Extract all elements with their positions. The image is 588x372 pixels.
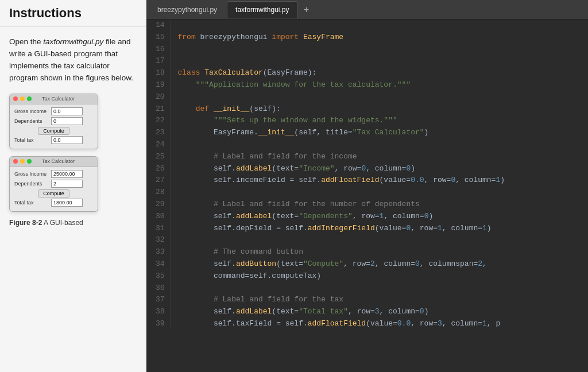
line-code: # The command button [171, 246, 588, 258]
line-code: self.addLabel(text="Dependents", row=1, … [171, 211, 588, 223]
line-number: 22 [146, 115, 171, 127]
table-row: 29 # Label and field for the number of d… [146, 199, 588, 211]
panel-title: Instructions [0, 0, 146, 27]
dep-label-1: Dependents [14, 118, 49, 124]
table-row: 26 self.addLabel(text="Income", row=0, c… [146, 163, 588, 175]
code-table: 1415from breezypythongui import EasyFram… [146, 20, 588, 330]
dep-row-2: Dependents 2 [14, 180, 93, 188]
close-dot [13, 96, 18, 101]
code-body: 1415from breezypythongui import EasyFram… [146, 20, 588, 330]
line-number: 28 [146, 187, 171, 199]
tab-bar: breezypythongui.py taxformwithgui.py + [146, 0, 588, 20]
income-field-2: 25000.00 [51, 170, 83, 178]
tab-label-1: taxformwithgui.py [235, 6, 289, 14]
max-dot-2 [27, 159, 32, 164]
compute-button-2[interactable]: Compute [38, 189, 69, 197]
figure-2-title: Tax Calculator [42, 158, 75, 164]
line-number: 18 [146, 67, 171, 79]
table-row: 32 [146, 234, 588, 246]
close-dot-2 [13, 159, 18, 164]
figure-1-content: Gross Income 0.0 Dependents 0 Compute To… [10, 104, 98, 149]
table-row: 22 """Sets up the window and the widgets… [146, 115, 588, 127]
figure-number: Figure 8-2 [9, 219, 42, 227]
instructions-text: Open the taxformwithgui.py file and writ… [0, 27, 146, 89]
line-code: self.incomeField = self.addFloatField(va… [171, 175, 588, 187]
line-code [171, 91, 588, 103]
table-row: 33 # The command button [146, 246, 588, 258]
figure-1-window: Tax Calculator Gross Income 0.0 Dependen… [9, 94, 98, 149]
table-row: 31 self.depField = self.addIntegerField(… [146, 223, 588, 235]
line-code: # Label and field for the income [171, 151, 588, 163]
tab-breezypythongui[interactable]: breezypythongui.py [149, 1, 226, 18]
table-row: 15from breezypythongui import EasyFrame [146, 32, 588, 44]
dep-field-1: 0 [51, 117, 83, 125]
line-code: class TaxCalculator(EasyFrame): [171, 67, 588, 79]
line-number: 34 [146, 258, 171, 270]
table-row: 37 # Label and field for the tax [146, 294, 588, 306]
line-code: def __init__(self): [171, 103, 588, 115]
line-number: 20 [146, 91, 171, 103]
editor[interactable]: 1415from breezypythongui import EasyFram… [146, 20, 588, 372]
compute-button-1[interactable]: Compute [38, 127, 69, 135]
figure-2-titlebar: Tax Calculator [10, 157, 98, 167]
table-row: 17 [146, 55, 588, 67]
line-code: self.addLabel(text="Total tax", row=3, c… [171, 306, 588, 318]
figure-1-titlebar: Tax Calculator [10, 94, 98, 104]
tab-label-0: breezypythongui.py [157, 6, 217, 14]
table-row: 25 # Label and field for the income [146, 151, 588, 163]
line-number: 30 [146, 211, 171, 223]
table-row: 36 [146, 282, 588, 294]
income-label-2: Gross Income [14, 171, 49, 177]
line-number: 23 [146, 127, 171, 139]
dep-field-2: 2 [51, 180, 83, 188]
line-code [171, 187, 588, 199]
figure-1-title: Tax Calculator [42, 96, 75, 102]
total-row-1: Total tax 0.0 [14, 136, 93, 144]
line-code [171, 44, 588, 56]
line-number: 25 [146, 151, 171, 163]
figure-caption-text: A GUI-based [44, 219, 83, 227]
table-row: 24 [146, 139, 588, 151]
max-dot [27, 96, 32, 101]
table-row: 21 def __init__(self): [146, 103, 588, 115]
line-number: 32 [146, 234, 171, 246]
total-field-2: 1800.00 [51, 199, 83, 207]
line-number: 14 [146, 20, 171, 32]
line-code: self.depField = self.addIntegerField(val… [171, 223, 588, 235]
line-number: 19 [146, 79, 171, 91]
line-code: self.addLabel(text="Income", row=0, colu… [171, 163, 588, 175]
line-number: 27 [146, 175, 171, 187]
line-code: self.addButton(text="Compute", row=2, co… [171, 258, 588, 270]
income-row-1: Gross Income 0.0 [14, 107, 93, 115]
tab-add-button[interactable]: + [299, 2, 314, 17]
line-code [171, 282, 588, 294]
line-number: 35 [146, 270, 171, 282]
income-label-1: Gross Income [14, 108, 49, 114]
line-code: from breezypythongui import EasyFrame [171, 32, 588, 44]
line-number: 31 [146, 223, 171, 235]
min-dot-2 [20, 159, 25, 164]
right-panel: breezypythongui.py taxformwithgui.py + 1… [146, 0, 588, 372]
line-number: 15 [146, 32, 171, 44]
min-dot [20, 96, 25, 101]
table-row: 16 [146, 44, 588, 56]
table-row: 23 EasyFrame.__init__(self, title="Tax C… [146, 127, 588, 139]
table-row: 35 command=self.computeTax) [146, 270, 588, 282]
line-number: 24 [146, 139, 171, 151]
line-code: # Label and field for the tax [171, 294, 588, 306]
line-number: 16 [146, 44, 171, 56]
line-code: self.taxField = self.addFloatField(value… [171, 318, 588, 330]
line-code [171, 139, 588, 151]
figure-caption: Figure 8-2 A GUI-based [0, 216, 146, 231]
filename-text: taxformwithgui.py [43, 37, 103, 46]
line-number: 39 [146, 318, 171, 330]
line-code [171, 20, 588, 32]
tab-taxformwithgui[interactable]: taxformwithgui.py [227, 1, 297, 18]
table-row: 19 """Application window for the tax cal… [146, 79, 588, 91]
line-code: """Sets up the window and the widgets.""… [171, 115, 588, 127]
intro-text: Open the [9, 37, 43, 46]
line-number: 26 [146, 163, 171, 175]
line-number: 33 [146, 246, 171, 258]
line-number: 38 [146, 306, 171, 318]
left-panel: Instructions Open the taxformwithgui.py … [0, 0, 146, 372]
